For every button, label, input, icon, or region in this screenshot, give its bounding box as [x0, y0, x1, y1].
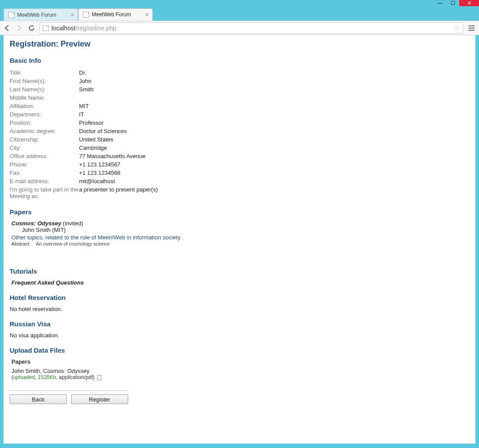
url-text: localhost/reg/online.php: [51, 25, 116, 32]
reload-button[interactable]: [27, 24, 36, 33]
menu-button[interactable]: [467, 23, 476, 33]
titlebar: — ☐ ✕: [0, 0, 479, 7]
hotel-text: No hotel reservation.: [10, 306, 469, 312]
info-value: United States: [79, 135, 158, 144]
tab-close-icon[interactable]: ×: [71, 11, 74, 18]
info-label: First Name(s):: [10, 77, 79, 85]
file-icon[interactable]: [97, 375, 101, 380]
info-label: Department:: [10, 110, 79, 119]
bookmark-star-icon[interactable]: ☆: [454, 23, 460, 33]
info-value: Smith: [79, 85, 158, 94]
info-value: Professor: [79, 119, 158, 127]
address-bar[interactable]: localhost/reg/online.php ☆: [40, 22, 463, 34]
info-label: Fax:: [10, 169, 79, 177]
info-row: Position:Professor: [10, 119, 158, 127]
info-row: Academic degree:Doctor of Sciences: [10, 127, 158, 135]
paper-title: Cosmos: Odyssey: [11, 220, 61, 227]
section-basic-info: Basic Info: [10, 57, 469, 64]
paper-entry: Cosmos: Odyssey (invited) John Smith (MI…: [11, 220, 469, 233]
info-value: [79, 94, 158, 102]
info-label: Office address:: [10, 152, 79, 160]
info-row: First Name(s):John: [10, 77, 158, 85]
tab-title: MeetWeb Forum: [92, 11, 131, 18]
info-row: Phone:+1 123 1234567: [10, 160, 158, 169]
paper-abstract: Abstract: An overview of cosmology scien…: [11, 241, 469, 246]
info-value: 77 Massachusetts Avenue: [79, 152, 158, 160]
info-label: City:: [10, 144, 79, 152]
back-button[interactable]: Back: [10, 394, 67, 404]
browser-toolbar: localhost/reg/online.php ☆: [0, 21, 479, 35]
browser-tab-active[interactable]: MeetWeb Forum ×: [78, 8, 153, 21]
browser-window: — ☐ ✕ MeetWeb Forum × MeetWeb Forum × lo…: [0, 0, 479, 448]
window-controls: — ☐ ✕: [434, 0, 479, 6]
tab-title: MeetWeb Forum: [17, 12, 56, 18]
browser-tabbar: MeetWeb Forum × MeetWeb Forum ×: [0, 7, 479, 21]
upload-subheading: Papers: [11, 358, 469, 365]
info-value: Cambridge: [79, 144, 158, 152]
info-row: Fax:+1 123 1234568: [10, 169, 158, 177]
info-label: Affiliation:: [10, 102, 79, 110]
info-value: Doctor of Sciences: [79, 127, 158, 135]
info-value: MIT: [79, 102, 158, 110]
paper-invited: (invited): [61, 220, 83, 227]
info-row: Office address:77 Massachusetts Avenue: [10, 152, 158, 160]
section-visa: Russian Visa: [10, 320, 469, 328]
close-button[interactable]: ✕: [459, 0, 479, 6]
back-button[interactable]: [3, 24, 11, 33]
info-label: Academic degree:: [10, 127, 79, 135]
abstract-label: Abstract:: [11, 241, 30, 246]
info-row: Middle Name:: [10, 94, 158, 102]
info-label: Middle Name:: [10, 94, 79, 102]
info-value: +1 123 1234568: [79, 169, 158, 177]
page-content: Registration: Preview Basic Info Title:D…: [4, 35, 475, 444]
info-row: E-mail address:mit@localhost: [10, 177, 158, 185]
tab-close-icon[interactable]: ×: [145, 11, 149, 18]
info-label: Last Name(s):: [10, 85, 79, 94]
abstract-text: An overview of cosmology science: [36, 241, 110, 246]
basic-info-table: Title:Dr.First Name(s):JohnLast Name(s):…: [10, 69, 158, 200]
info-value: John: [79, 77, 158, 85]
info-value: +1 123 1234567: [79, 160, 158, 169]
minimize-button[interactable]: —: [434, 0, 447, 6]
page-title: Registration: Preview: [10, 40, 469, 49]
info-label: Position:: [10, 119, 79, 127]
visa-text: No visa application.: [10, 332, 469, 339]
register-button[interactable]: Register: [71, 394, 128, 404]
maximize-button[interactable]: ☐: [447, 0, 459, 6]
info-value: IT: [79, 110, 158, 119]
info-label: Title:: [10, 69, 79, 77]
info-row: I'm going to take part in the Meeting as…: [10, 185, 158, 200]
info-row: Department:IT: [10, 110, 158, 119]
info-value: mit@localhost: [79, 177, 158, 185]
info-label: E-mail address:: [10, 177, 79, 185]
browser-tab-inactive[interactable]: MeetWeb Forum ×: [4, 8, 78, 21]
viewport: Registration: Preview Basic Info Title:D…: [0, 35, 479, 447]
page-icon: [43, 25, 49, 31]
section-upload: Upload Data Files: [10, 347, 469, 354]
info-row: Affiliation:MIT: [10, 102, 158, 110]
page-icon: [8, 12, 14, 18]
upload-item: John Smith, Cosmos: Odyssey: [11, 368, 469, 374]
info-row: Title:Dr.: [10, 69, 158, 77]
forward-button[interactable]: [15, 24, 24, 33]
info-value: Dr.: [79, 69, 158, 77]
upload-meta: (uploaded, 1526Kb, application/pdf): [11, 374, 469, 380]
section-hotel: Hotel Reservation: [10, 294, 469, 301]
info-label: I'm going to take part in the Meeting as…: [10, 185, 79, 200]
info-row: City:Cambridge: [10, 144, 158, 152]
button-row: Back Register: [10, 388, 469, 404]
section-papers: Papers: [10, 208, 469, 216]
info-label: Phone:: [10, 160, 79, 169]
divider: [10, 390, 128, 391]
info-row: Citizenship:United States: [10, 135, 158, 144]
info-value: a presenter to present paper(s): [79, 185, 158, 200]
paper-topic: Other topics, related to the role of Mee…: [11, 234, 469, 241]
info-row: Last Name(s):Smith: [10, 85, 158, 94]
section-tutorials: Tutorials: [10, 267, 469, 275]
page-icon: [83, 11, 89, 18]
tutorial-item: Frequent Asked Questions: [11, 279, 469, 286]
info-label: Citizenship:: [10, 135, 79, 144]
paper-author: John Smith (MIT): [22, 227, 469, 233]
